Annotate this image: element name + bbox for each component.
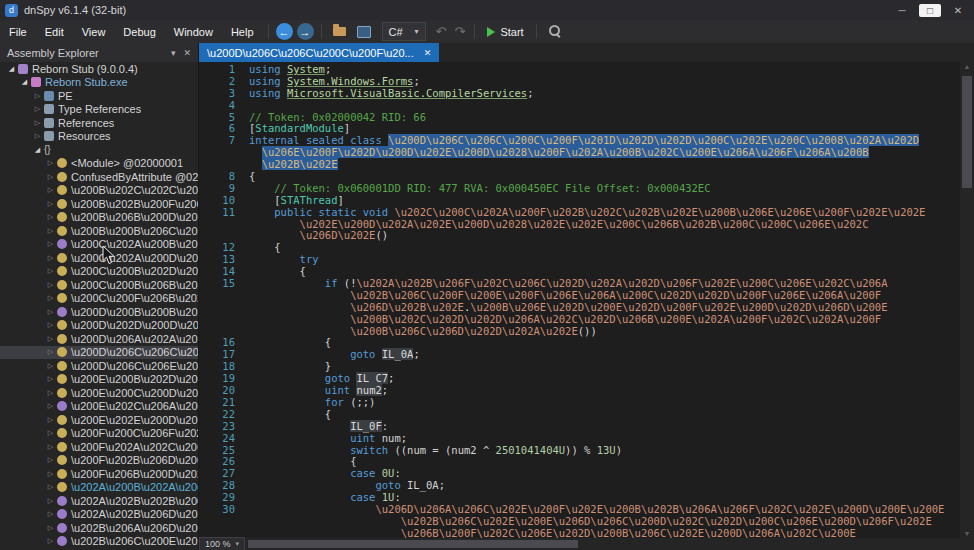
code-token[interactable] (249, 277, 325, 289)
expand-icon[interactable]: ▷ (45, 497, 56, 505)
code-token[interactable]: uint (325, 384, 350, 396)
tree-item[interactable]: ▷\u200E\u200C\u200D\u206F\u202A\u202C (0, 386, 198, 400)
tree-item[interactable]: ◢{} (0, 143, 198, 157)
code-token[interactable]: // Token: 0x060001DD RID: 477 RVA: 0x000… (274, 182, 710, 194)
tree-item[interactable]: ▷\u200B\u200B\u206C\u202D\u200E\u202C (0, 224, 198, 238)
tree-item[interactable]: ▷\u200C\u200B\u206B\u202E\u200B\u206C (0, 278, 198, 292)
expand-icon[interactable]: ▷ (45, 348, 56, 356)
code-token[interactable]: if (325, 277, 338, 289)
expand-icon[interactable]: ▷ (45, 281, 56, 289)
code-token[interactable]: { (249, 336, 331, 348)
collapse-icon[interactable]: ◢ (6, 65, 17, 73)
code-token[interactable]: } (249, 360, 331, 372)
scroll-up-icon[interactable]: ▲ (960, 63, 974, 70)
zoom-select[interactable]: 100 % ▾ (199, 537, 245, 550)
horizontal-scrollbar-thumb[interactable] (248, 540, 578, 548)
code-token[interactable]: num2 (356, 384, 381, 396)
expand-icon[interactable]: ▷ (45, 510, 56, 518)
code-token[interactable]: ] (344, 122, 350, 134)
expand-icon[interactable]: ▷ (45, 321, 56, 329)
horizontal-scrollbar[interactable] (245, 538, 974, 550)
tree-item[interactable]: ▷\u200F\u206B\u200D\u202C\u202A\u206E (0, 467, 198, 481)
code-token[interactable] (249, 158, 262, 170)
expand-icon[interactable]: ▷ (45, 335, 56, 343)
vertical-scrollbar-thumb[interactable] (962, 76, 972, 188)
code-token[interactable]: goto (350, 348, 382, 360)
tree-item[interactable]: ▷\u200D\u206C\u206C\u200C\u200F\u202E (0, 346, 198, 360)
code-token[interactable]: using (249, 63, 287, 75)
code-token[interactable]: \u200B\u202C\u202D\u202D\u206A\u202C\u20… (350, 313, 881, 325)
tree-item[interactable]: ▷\u200C\u202A\u200B\u206D\u202C\u200F (0, 238, 198, 252)
code-token[interactable]: STAThread (281, 194, 338, 206)
collapse-icon[interactable]: ◢ (19, 78, 30, 86)
tree-item[interactable]: ▷\u200C\u200F\u206B\u202C\u206C\u200D (0, 292, 198, 306)
tree-item[interactable]: ▷References (0, 116, 198, 130)
menu-view[interactable]: View (73, 20, 115, 43)
code-token[interactable]: using (249, 75, 287, 87)
code-token[interactable]: \u202B\u202E (262, 158, 338, 170)
expand-icon[interactable]: ▷ (45, 456, 56, 464)
code-token[interactable]: \u206E\u200F\u202D\u200D\u202E\u200D\u20… (262, 146, 869, 158)
code-token[interactable]: { (249, 265, 306, 277)
tree-item[interactable]: ▷\u200D\u200B\u200B\u202E\u206A\u202C (0, 305, 198, 319)
expand-icon[interactable]: ▷ (45, 240, 56, 248)
code-token[interactable]: case (350, 467, 382, 479)
code-token[interactable] (249, 491, 350, 503)
expand-icon[interactable]: ▷ (45, 402, 56, 410)
code-token[interactable]: \u206D\u202E (300, 229, 376, 241)
close-button[interactable]: ✕ (946, 2, 970, 18)
scroll-down-icon[interactable]: ▼ (960, 530, 974, 537)
undo-button[interactable]: ↶ (432, 24, 451, 39)
code-token[interactable]: ; (382, 384, 388, 396)
code-token[interactable] (249, 384, 325, 396)
code-token[interactable]: 0U (382, 467, 395, 479)
redo-button[interactable]: ↷ (451, 24, 470, 39)
navigate-back-button[interactable]: ← (276, 23, 293, 40)
tree-item[interactable]: ▷\u200F\u200C\u206F\u202A\u206B\u200B (0, 427, 198, 441)
code-token[interactable]: IL_0A (407, 479, 439, 491)
tree-item[interactable]: ◢Reborn Stub.exe (0, 76, 198, 90)
code-token[interactable] (249, 479, 375, 491)
start-button[interactable]: Start (480, 26, 530, 38)
tree-item[interactable]: ▷\u200E\u202C\u206A\u200B\u202E\u200D (0, 400, 198, 414)
code-token[interactable] (249, 348, 350, 360)
tree-item[interactable]: ▷\u200C\u200B\u202D\u206A\u200D\u202E (0, 265, 198, 279)
menu-debug[interactable]: Debug (114, 20, 164, 43)
code-token[interactable]: ; (439, 479, 445, 491)
expand-icon[interactable]: ▷ (32, 132, 43, 140)
tree-item[interactable]: ▷Resources (0, 130, 198, 144)
expand-icon[interactable]: ▷ (45, 443, 56, 451)
expand-icon[interactable]: ▷ (45, 524, 56, 532)
menu-edit[interactable]: Edit (36, 20, 73, 43)
expand-icon[interactable]: ▷ (32, 92, 43, 100)
expand-icon[interactable]: ▷ (45, 375, 56, 383)
code-token[interactable]: ; (527, 87, 533, 99)
code-token[interactable]: (! (338, 277, 357, 289)
expand-icon[interactable]: ▷ (45, 294, 56, 302)
code-token[interactable]: \u202C\u200C\u202A\u200F\u202B\u202C\u20… (394, 206, 925, 218)
code-token[interactable]: IL_0F (350, 420, 382, 432)
navigate-forward-button[interactable]: → (297, 23, 314, 40)
code-token[interactable]: { (249, 170, 255, 182)
tree-item[interactable]: ▷\u202A\u202B\u206D\u202E\u200C\u206B (0, 508, 198, 522)
code-token[interactable] (249, 527, 401, 539)
save-all-button[interactable] (357, 26, 371, 38)
code-token[interactable]: for (325, 396, 344, 408)
maximize-button[interactable]: □ (919, 4, 941, 17)
document-tab[interactable]: \u200D\u206C\u206C\u200C\u200F\u20... ✕ (199, 43, 439, 62)
code-token[interactable]: System.Windows.Forms (287, 75, 413, 87)
expand-icon[interactable]: ▷ (45, 254, 56, 262)
code-token[interactable] (249, 182, 274, 194)
expand-icon[interactable]: ▷ (45, 200, 56, 208)
code-token[interactable] (249, 444, 350, 456)
tree-item[interactable]: ▷ConfusedByAttribute @02000002 (0, 170, 198, 184)
tree-item[interactable]: ◢Reborn Stub (9.0.0.4) (0, 62, 198, 76)
code-token[interactable]: \u200B\u206E\u202D\u200E\u202D\u200F\u20… (470, 301, 887, 313)
code-token[interactable]: { (249, 455, 356, 467)
code-token[interactable]: () (375, 229, 388, 241)
code-token[interactable]: \u206B\u200F\u202C\u206E\u202D\u200B\u20… (401, 527, 856, 539)
code-token[interactable]: \u202B\u206C\u200F\u200E\u200F\u206E\u20… (350, 289, 881, 301)
code-token[interactable]: \u202A\u202B\u206F\u202C\u206C\u202D\u20… (356, 277, 887, 289)
menu-window[interactable]: Window (165, 20, 222, 43)
code-token[interactable]: \u206D\u206A\u206C\u202E\u200F\u202E\u20… (375, 503, 944, 515)
